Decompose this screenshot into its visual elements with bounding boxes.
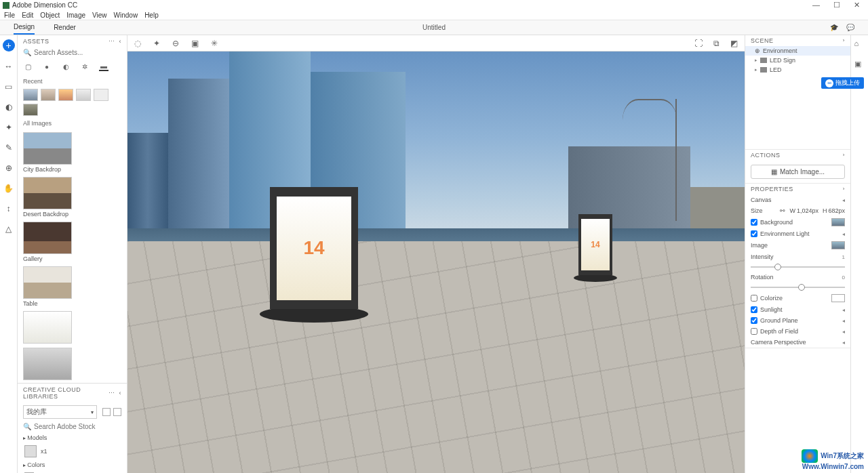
colorize-checkbox[interactable] [751,295,757,302]
assets-search-input[interactable] [34,49,121,56]
recent-thumb[interactable] [94,89,108,101]
tab-render[interactable]: Render [54,21,76,34]
search-icon: 🔍 [23,423,31,430]
filter-models-icon[interactable]: ▢ [23,62,33,71]
sampler-tool[interactable]: ✎ [3,142,14,153]
list-view-icon[interactable] [113,408,121,416]
collapse-icon[interactable]: › [843,37,845,44]
recent-thumb[interactable] [41,89,56,101]
collapse-icon[interactable]: ‹ [119,38,122,45]
upload-overlay-button[interactable]: ∞ 拖拽上传 [821,77,864,89]
menu-edit[interactable]: Edit [22,12,33,19]
orbit-tool[interactable]: ◐ [3,102,14,112]
marquee-icon[interactable]: ◌ [134,39,141,48]
asset-card-table[interactable]: Table [23,266,72,307]
grid-view-icon[interactable] [102,408,111,416]
recent-thumb[interactable] [76,89,91,101]
collapse-icon[interactable]: › [843,186,845,192]
intensity-slider[interactable] [751,266,845,268]
camera-bookmark-icon[interactable]: ▣ [191,39,199,48]
assets-menu-icon[interactable]: ⋯ [108,38,115,45]
match-image-icon: ▦ [771,168,777,176]
recent-thumb[interactable] [58,89,73,101]
minimize-button[interactable]: — [812,1,820,9]
filter-lights-icon[interactable]: ◐ [61,62,71,71]
asset-card[interactable] [23,348,72,380]
render-settings-icon[interactable]: ◩ [730,39,738,48]
filter-environments-icon[interactable]: ✲ [80,62,90,71]
frame-icon[interactable]: ▣ [854,60,865,70]
rotation-slider[interactable] [751,287,845,288]
menu-view[interactable]: View [92,12,107,19]
scene-item-led2[interactable]: ▸ LED [745,65,850,75]
menu-window[interactable]: Window [114,12,138,19]
envlight-checkbox[interactable] [751,230,757,237]
sunlight-checkbox[interactable] [751,306,757,313]
viewport[interactable]: 14 14 [127,52,745,473]
asset-label: Desert Backdrop [23,209,72,218]
model-swatch[interactable] [24,445,37,457]
colors-section[interactable]: Colors [18,459,127,471]
background-swatch[interactable] [831,218,845,226]
pan-tool[interactable]: ✋ [3,183,14,194]
scene-item-led1[interactable]: ▸ LED Sign [745,56,850,65]
home-view-icon[interactable]: ⌂ [854,39,865,50]
asset-card-desert[interactable]: Desert Backdrop [23,177,72,218]
match-image-button[interactable]: ▦ Match Image... [751,165,845,179]
camera-icon[interactable]: ⧉ [713,39,719,48]
chevron-down-icon: ▾ [91,409,94,415]
filter-materials-icon[interactable]: ● [42,62,52,71]
libs-menu-icon[interactable]: ⋯ [108,390,115,396]
canvas-row[interactable]: Canvas◂ [745,194,850,205]
tab-design[interactable]: Design [14,20,35,35]
colorize-swatch[interactable] [831,294,845,302]
env-image-swatch[interactable] [831,241,845,249]
stock-search-input[interactable] [34,423,121,430]
led-sign-1[interactable]: 14 [270,187,358,309]
horizon-tool[interactable]: △ [3,224,14,234]
wand-tool[interactable]: ✦ [3,122,14,133]
assets-title: ASSETS [23,38,50,45]
led-sign-2[interactable]: 14 [578,214,612,275]
dolly-tool[interactable]: ↕ [3,203,14,214]
menu-object[interactable]: Object [40,12,60,19]
collapse-icon[interactable]: › [843,152,845,159]
recent-thumb[interactable] [23,89,38,101]
close-button[interactable]: ✕ [854,1,860,9]
render-preview-icon[interactable]: ✳ [211,39,218,48]
menu-file[interactable]: File [4,12,15,19]
add-selection-icon[interactable]: ✦ [153,39,160,48]
recent-thumb[interactable] [23,104,38,116]
rotation-value[interactable]: 0 [842,274,845,281]
fullscreen-icon[interactable]: ⛶ [694,39,703,48]
filter-images-icon[interactable]: ▬ [99,62,108,71]
menu-help[interactable]: Help [144,12,159,19]
library-select[interactable]: 我的库 ▾ [23,405,97,419]
watermark-icon [802,449,818,463]
right-toolbar: ⌂ ▣ [850,35,868,473]
asset-card-gallery[interactable]: Gallery [23,222,72,262]
zoom-tool[interactable]: ⊕ [3,163,14,173]
all-images-label: All Images [18,117,127,129]
intensity-value[interactable]: 1 [842,254,845,260]
select-tool[interactable]: ▭ [3,81,14,92]
scene-environment[interactable]: ⊕ Environment [745,46,850,56]
dof-checkbox[interactable] [751,328,757,335]
background-checkbox[interactable] [751,219,757,226]
models-section[interactable]: Models [18,432,127,444]
ground-checkbox[interactable] [751,317,757,324]
subtract-selection-icon[interactable]: ⊖ [172,39,179,48]
menu-image[interactable]: Image [66,12,85,19]
learn-icon[interactable]: 🎓 [830,24,838,31]
link-icon[interactable]: ⚯ [780,207,785,214]
width-value[interactable]: 1,024px [797,207,818,214]
asset-card-city[interactable]: City Backdrop [23,132,72,173]
move-tool[interactable]: ↔ [3,61,14,72]
maximize-button[interactable]: ☐ [833,1,840,9]
asset-card[interactable] [23,311,72,344]
right-panel: SCENE› ⊕ Environment ▸ LED Sign ▸ LED AC… [745,35,850,473]
feedback-icon[interactable]: 💬 [846,24,854,31]
add-tool[interactable]: + [3,39,15,52]
height-value[interactable]: 682px [828,207,845,214]
collapse-icon[interactable]: ‹ [119,390,122,396]
